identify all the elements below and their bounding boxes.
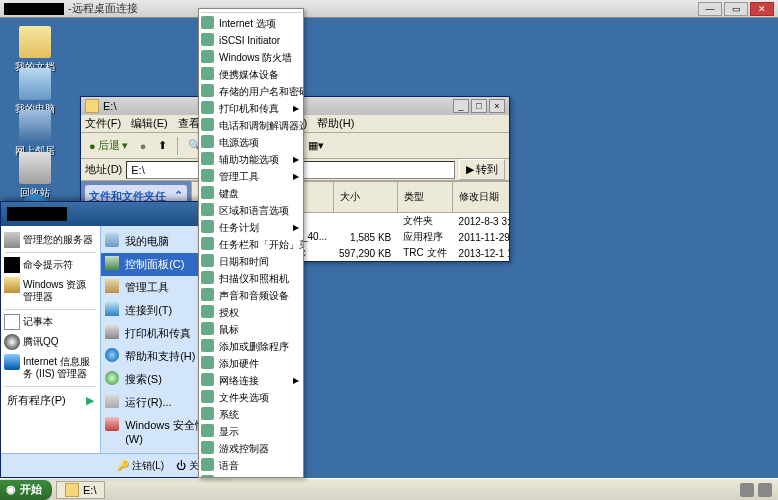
taskbar-item-explorer[interactable]: E:\ (56, 481, 105, 499)
net-icon (19, 110, 51, 142)
minimize-button[interactable]: _ (453, 99, 469, 113)
rdp-close-button[interactable]: ✕ (750, 2, 774, 16)
control-panel-item[interactable]: 电话和调制解调器选项 (199, 117, 303, 134)
cp-item-icon (201, 288, 214, 301)
control-panel-item[interactable]: 添加或删除程序 (199, 338, 303, 355)
computer-icon (105, 233, 119, 247)
desktop-icon-computer[interactable]: 我的电脑 (5, 68, 65, 116)
control-panel-item[interactable]: 打印机和传真▶ (199, 100, 303, 117)
cp-item-icon (201, 390, 214, 403)
start-item[interactable]: Internet 信息服务 (IIS) 管理器 (1, 352, 100, 384)
control-panel-item[interactable]: 声音和音频设备 (199, 287, 303, 304)
print-icon (105, 325, 119, 339)
cp-item-icon (201, 118, 214, 131)
control-panel-item[interactable]: 任务栏和「开始」菜单 (199, 236, 303, 253)
tray-icon[interactable] (740, 483, 754, 497)
control-panel-submenu: Internet 选项iSCSI InitiatorWindows 防火墙便携媒… (198, 8, 304, 478)
control-panel-item[interactable]: 管理工具▶ (199, 168, 303, 185)
desktop-icon-folder[interactable]: 我的文档 (5, 26, 65, 74)
menu-item[interactable]: 帮助(H) (317, 116, 354, 131)
start-button[interactable]: ◉ 开始 (0, 480, 52, 500)
tray-icon[interactable] (758, 483, 772, 497)
cp-item-icon (201, 169, 214, 182)
search-icon (105, 371, 119, 385)
control-panel-item[interactable]: Internet 选项 (199, 15, 303, 32)
control-panel-item[interactable]: 区域和语言选项 (199, 202, 303, 219)
control-panel-item[interactable]: 鼠标 (199, 321, 303, 338)
cp-item-icon (201, 50, 214, 63)
control-panel-item[interactable]: 辅助功能选项▶ (199, 151, 303, 168)
column-header[interactable]: 类型 (397, 182, 452, 213)
cp-item-icon (201, 322, 214, 335)
folder-icon (65, 483, 79, 497)
start-menu: 管理您的服务器命令提示符Windows 资源管理器记事本腾讯QQInternet… (0, 201, 230, 478)
cp-item-icon (201, 271, 214, 284)
desktop-icon-recycle[interactable]: 回收站 (5, 152, 65, 200)
control-panel-item[interactable]: Windows 防火墙 (199, 49, 303, 66)
close-button[interactable]: × (489, 99, 505, 113)
views-button[interactable]: ▦▾ (304, 137, 328, 154)
control-panel-item[interactable]: 电源选项 (199, 134, 303, 151)
start-item[interactable]: Windows 资源管理器 (1, 275, 100, 307)
control-panel-item[interactable]: 添加硬件 (199, 355, 303, 372)
cp-item-icon (201, 475, 214, 478)
forward-button[interactable]: ● (136, 138, 151, 154)
menu-item[interactable]: 编辑(E) (131, 116, 168, 131)
cp-item-icon (201, 152, 214, 165)
taskbar: ◉ 开始 E:\ (0, 478, 778, 500)
control-panel-item[interactable]: 存储的用户名和密码 (199, 83, 303, 100)
start-item[interactable]: 命令提示符 (1, 255, 100, 275)
address-label: 地址(D) (85, 162, 122, 177)
cp-item-icon (201, 84, 214, 97)
cp-item-icon (201, 441, 214, 454)
control-panel-item[interactable]: 文件夹选项 (199, 389, 303, 406)
cp-item-icon (201, 237, 214, 250)
cp-item-icon (201, 356, 214, 369)
rdp-host-blackout (4, 3, 64, 15)
control-panel-item[interactable]: 日期和时间 (199, 253, 303, 270)
go-button[interactable]: ▶ 转到 (459, 159, 505, 180)
control-panel-item[interactable]: 系统 (199, 406, 303, 423)
logoff-button[interactable]: 🔑 注销(L) (117, 459, 164, 473)
column-header[interactable]: 修改日期 (453, 182, 509, 213)
rdp-titlebar: -远程桌面连接 — ▭ ✕ (0, 0, 778, 18)
start-item[interactable]: 管理您的服务器 (1, 230, 100, 250)
cp-item-icon (201, 424, 214, 437)
control-panel-item[interactable]: 键盘 (199, 185, 303, 202)
control-panel-item[interactable]: 任务计划▶ (199, 219, 303, 236)
control-panel-item[interactable]: 语音 (199, 457, 303, 474)
desktop-icon-net[interactable]: 网上邻居 (5, 110, 65, 158)
explorer-title: E:\ (103, 100, 116, 112)
cp-item-icon (201, 186, 214, 199)
control-panel-item[interactable]: 授权 (199, 304, 303, 321)
start-item[interactable]: 记事本 (1, 312, 100, 332)
control-panel-item[interactable]: iSCSI Initiator (199, 32, 303, 49)
up-button[interactable]: ⬆ (154, 137, 171, 154)
recycle-icon (19, 152, 51, 184)
cp-item-icon (201, 220, 214, 233)
control-panel-item[interactable]: 游戏控制器 (199, 440, 303, 457)
cp-item-icon (201, 254, 214, 267)
rdp-maximize-button[interactable]: ▭ (724, 2, 748, 16)
adm-icon (105, 279, 119, 293)
folder-icon (85, 99, 99, 113)
cp-item-icon (201, 67, 214, 80)
cp-item-icon (201, 203, 214, 216)
cmd-icon (4, 257, 20, 273)
control-panel-item[interactable]: 扫描仪和照相机 (199, 270, 303, 287)
cp-item-icon (201, 16, 214, 29)
maximize-button[interactable]: □ (471, 99, 487, 113)
iis-icon (4, 354, 20, 370)
control-panel-item[interactable]: 字体▶ (199, 474, 303, 478)
all-programs[interactable]: 所有程序(P)▶ (1, 389, 100, 412)
help-icon (105, 348, 119, 362)
column-header[interactable]: 大小 (333, 182, 397, 213)
rdp-minimize-button[interactable]: — (698, 2, 722, 16)
back-button[interactable]: ● 后退 ▾ (85, 136, 132, 155)
control-panel-item[interactable]: 便携媒体设备 (199, 66, 303, 83)
menu-item[interactable]: 文件(F) (85, 116, 121, 131)
control-panel-item[interactable]: 显示 (199, 423, 303, 440)
wexp-icon (4, 277, 20, 293)
control-panel-item[interactable]: 网络连接▶ (199, 372, 303, 389)
start-item[interactable]: 腾讯QQ (1, 332, 100, 352)
